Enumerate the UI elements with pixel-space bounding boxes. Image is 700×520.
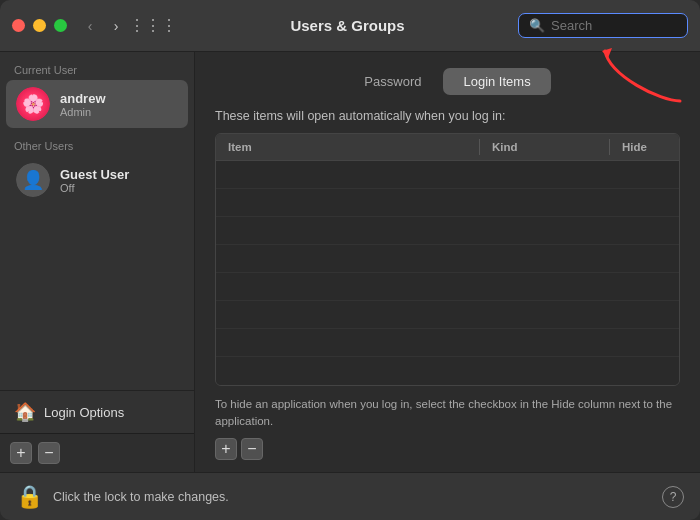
- table-row: [216, 273, 679, 301]
- main-content: Current User 🌸 andrew Admin Other Users …: [0, 52, 700, 472]
- lockbar: 🔒 Click the lock to make changes. ?: [0, 472, 700, 520]
- titlebar: ‹ › ⋮⋮⋮ Users & Groups 🔍: [0, 0, 700, 52]
- add-item-button[interactable]: +: [215, 438, 237, 460]
- window-title: Users & Groups: [177, 17, 518, 34]
- avatar-flower: 🌸: [16, 87, 50, 121]
- remove-user-button[interactable]: −: [38, 442, 60, 464]
- tabs-row: Password Login Items: [215, 68, 680, 95]
- login-options-label: Login Options: [44, 405, 124, 420]
- guest-avatar-icon: 👤: [16, 163, 50, 197]
- help-button[interactable]: ?: [662, 486, 684, 508]
- col-header-kind: Kind: [479, 139, 609, 155]
- window-controls: [12, 19, 67, 32]
- add-user-button[interactable]: +: [10, 442, 32, 464]
- col-header-item: Item: [216, 139, 479, 155]
- table-row: [216, 301, 679, 329]
- arrow-annotation: [600, 46, 690, 110]
- table-row: [216, 217, 679, 245]
- search-icon: 🔍: [529, 18, 545, 33]
- nav-arrows: ‹ ›: [79, 15, 127, 37]
- user-role: Admin: [60, 106, 106, 118]
- user-name: andrew: [60, 91, 106, 106]
- current-user-item[interactable]: 🌸 andrew Admin: [6, 80, 188, 128]
- minimize-button[interactable]: [33, 19, 46, 32]
- guest-user-info: Guest User Off: [60, 167, 129, 194]
- table-row: [216, 189, 679, 217]
- col-header-hide: Hide: [609, 139, 679, 155]
- guest-user-item[interactable]: 👤 Guest User Off: [6, 156, 188, 204]
- user-info: andrew Admin: [60, 91, 106, 118]
- add-remove-row: + −: [215, 438, 680, 460]
- footer-text: To hide an application when you log in, …: [215, 396, 680, 431]
- search-input[interactable]: [551, 18, 671, 33]
- grid-icon[interactable]: ⋮⋮⋮: [139, 12, 167, 40]
- table-row: [216, 245, 679, 273]
- table-header: Item Kind Hide: [216, 134, 679, 161]
- close-button[interactable]: [12, 19, 25, 32]
- tab-login-items[interactable]: Login Items: [443, 68, 550, 95]
- items-table: Item Kind Hide: [215, 133, 680, 386]
- remove-item-button[interactable]: −: [241, 438, 263, 460]
- lock-text: Click the lock to make changes.: [53, 490, 229, 504]
- table-row: [216, 161, 679, 189]
- login-options-icon: 🏠: [14, 401, 36, 423]
- maximize-button[interactable]: [54, 19, 67, 32]
- guest-user-status: Off: [60, 182, 129, 194]
- description-text: These items will open automatically when…: [215, 109, 680, 123]
- guest-user-name: Guest User: [60, 167, 129, 182]
- tab-password[interactable]: Password: [344, 68, 441, 95]
- current-user-label: Current User: [0, 60, 194, 80]
- login-options-item[interactable]: 🏠 Login Options: [0, 390, 194, 433]
- other-users-label: Other Users: [0, 136, 194, 156]
- guest-avatar: 👤: [16, 163, 50, 197]
- sidebar-bottom-buttons: + −: [0, 433, 194, 472]
- lock-icon[interactable]: 🔒: [16, 484, 43, 510]
- table-body: [216, 161, 679, 385]
- back-arrow[interactable]: ‹: [79, 15, 101, 37]
- table-row: [216, 329, 679, 357]
- search-bar[interactable]: 🔍: [518, 13, 688, 38]
- avatar: 🌸: [16, 87, 50, 121]
- sidebar: Current User 🌸 andrew Admin Other Users …: [0, 52, 195, 472]
- forward-arrow[interactable]: ›: [105, 15, 127, 37]
- right-panel: Password Login Items These items will op…: [195, 52, 700, 472]
